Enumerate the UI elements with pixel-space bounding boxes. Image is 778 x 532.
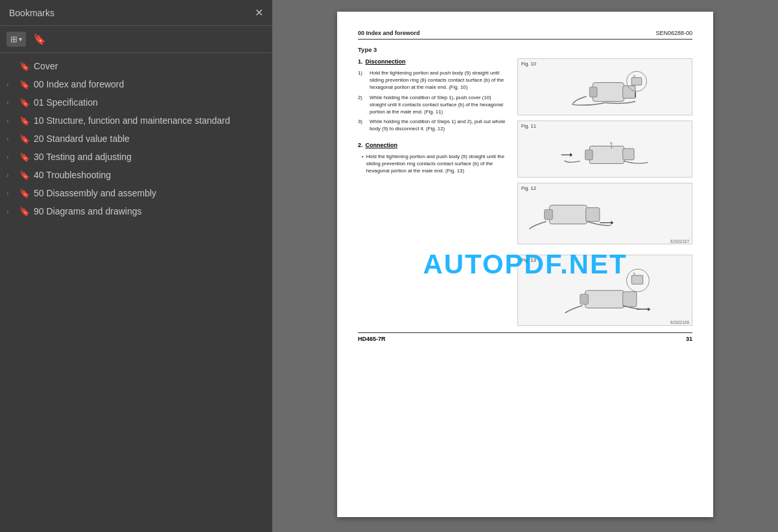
bookmark-item-90[interactable]: › 🔖 90 Diagrams and drawings [0,202,272,220]
bookmark-icon-20: 🔖 [19,134,30,144]
list-item: • Hold the tightening portion and push b… [362,154,507,175]
bookmark-item-40[interactable]: › 🔖 40 Troubleshooting [0,166,272,184]
bookmarks-list: 🔖 Cover › 🔖 00 Index and foreword › 🔖 01… [0,53,272,532]
figure-11: Fig. 11 b [517,121,692,178]
bookmark-icon: 🔖 [33,34,46,45]
svg-text:b: b [610,141,612,145]
chevron-00: › [6,81,16,88]
section2-title: Connection [366,142,398,148]
section-2: 2. Connection • Hold the tightening port… [358,142,507,175]
fig13-code: 9JS02108 [670,320,689,325]
fig12-code: 9JS02107 [670,239,689,244]
bookmark-icon-50: 🔖 [19,189,30,198]
bookmark-label-00: 00 Index and foreword [34,79,266,89]
section1-title: Disconnection [366,58,406,65]
bookmark-label-01: 01 Specification [34,97,266,108]
svg-rect-9 [622,148,633,159]
svg-rect-24 [622,292,636,306]
svg-text:b: b [633,272,635,275]
chevron-50: › [6,190,16,197]
sidebar-close-button[interactable]: ✕ [255,6,263,19]
document-page: 00 Index and foreword SEN06288-00 Type 3… [337,12,713,517]
fig11-svg: b [555,132,655,177]
bookmark-item-30[interactable]: › 🔖 30 Testing and adjusting [0,148,272,166]
bookmark-item-01[interactable]: › 🔖 01 Specification [0,93,272,111]
bookmark-item-00[interactable]: › 🔖 00 Index and foreword [0,75,272,93]
svg-rect-7 [589,146,624,163]
fig10-svg: b [555,69,655,115]
page-header-section: 00 Index and foreword [358,30,420,36]
bookmark-icon-30: 🔖 [19,152,30,162]
bookmark-icon-cover: 🔖 [19,62,30,71]
svg-rect-8 [585,150,593,160]
figure-12: Fig. 12 9JS02107 [517,183,692,244]
main-content-area: 00 Index and foreword SEN06288-00 Type 3… [272,0,778,532]
layout-icon: ⊞ [10,34,18,44]
bookmark-icon-00: 🔖 [19,80,30,89]
svg-rect-14 [549,205,587,224]
svg-rect-4 [631,78,642,86]
section2-num: 2. [358,142,363,148]
bookmark-item-50[interactable]: › 🔖 50 Disassembly and assembly [0,184,272,202]
sidebar: Bookmarks ✕ ⊞ ▾ 🔖 🔖 Cover › 🔖 00 Index a… [0,0,272,532]
footer-page-number: 31 [686,336,692,342]
sidebar-toolbar: ⊞ ▾ 🔖 [0,26,272,53]
chevron-40: › [6,172,16,179]
chevron-30: › [6,154,16,161]
fig12-svg [518,192,619,242]
section-1: 1. Disconnection 1) Hold the tightening … [358,58,507,133]
list-item: 3) While holding the condition of Steps … [358,119,507,133]
bookmark-item-cover[interactable]: 🔖 Cover [0,57,272,75]
svg-rect-1 [589,87,597,97]
bookmark-item-10[interactable]: › 🔖 10 Structure, function and maintenan… [0,111,272,130]
svg-rect-22 [585,290,624,308]
bookmark-icon-button[interactable]: 🔖 [30,31,49,47]
chevron-10: › [6,117,16,124]
bookmark-label-40: 40 Troubleshooting [34,170,266,180]
fig11-label: Fig. 11 [521,123,536,129]
figure-13: Fig. 13 b [517,255,692,326]
text-column: 1. Disconnection 1) Hold the tightening … [358,58,507,326]
svg-rect-15 [545,209,553,220]
list-item: 2) While holding the condition of Step 1… [358,95,507,116]
svg-marker-13 [570,153,572,157]
chevron-01: › [6,99,16,106]
section1-num: 1. [358,58,363,65]
bookmark-icon-01: 🔖 [19,98,30,108]
svg-text:b: b [633,75,635,78]
bullet-dot: • [362,154,364,175]
bookmark-label-20: 20 Standard value table [34,133,266,144]
page-header-code: SEN06288-00 [655,30,692,36]
sidebar-title: Bookmarks [9,8,54,18]
svg-rect-20 [631,275,642,284]
figure-10: Fig. 10 b [517,58,692,115]
sidebar-header: Bookmarks ✕ [0,0,272,26]
content-columns: 1. Disconnection 1) Hold the tightening … [358,58,692,326]
bookmark-icon-90: 🔖 [19,207,30,216]
step-text: While holding the condition of Step 1), … [370,95,507,116]
step-num: 2) [358,95,367,116]
footer-model: HD465-7R [358,336,386,342]
bookmark-label-90: 90 Diagrams and drawings [34,206,266,216]
layout-button[interactable]: ⊞ ▾ [6,32,26,47]
chevron-20: › [6,135,16,143]
step-text: Hold the tightening portion and push bod… [370,70,507,91]
section1-steps: 1) Hold the tightening portion and push … [358,70,507,133]
layout-dropdown-icon: ▾ [19,36,22,43]
bookmark-icon-10: 🔖 [19,116,30,126]
step-num: 1) [358,70,367,91]
list-item: 1) Hold the tightening portion and push … [358,70,507,91]
fig12-label: Fig. 12 [521,185,536,191]
svg-marker-18 [611,221,613,225]
page-footer: HD465-7R 31 [358,332,692,342]
bookmark-label-30: 30 Testing and adjusting [34,152,266,162]
bookmark-label-10: 10 Structure, function and maintenance s… [34,115,266,126]
svg-rect-23 [580,294,588,305]
bookmark-item-20[interactable]: › 🔖 20 Standard value table [0,130,272,148]
bookmark-label-cover: Cover [34,61,266,71]
bookmark-icon-40: 🔖 [19,170,30,180]
fig13-svg: b [555,266,655,324]
section2-bullets: • Hold the tightening portion and push b… [358,154,507,175]
bullet-text: Hold the tightening portion and push bod… [366,154,507,175]
page-header: 00 Index and foreword SEN06288-00 [358,30,692,40]
